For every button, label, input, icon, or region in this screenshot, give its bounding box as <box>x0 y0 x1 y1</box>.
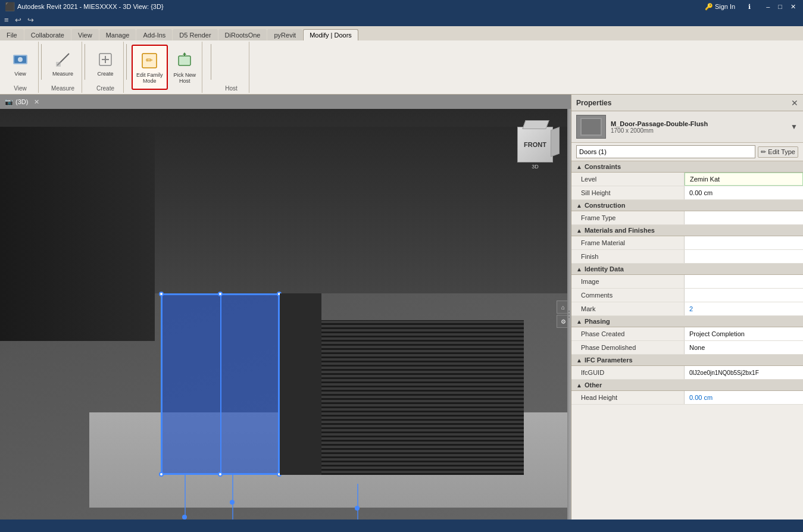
section-phasing[interactable]: ▲ Phasing <box>571 316 803 327</box>
tab-diroots[interactable]: DiRootsOne <box>218 29 267 40</box>
svg-point-2 <box>18 57 23 62</box>
prop-row-level: Level Zemin Kat <box>571 173 803 186</box>
tab-view[interactable]: View <box>71 29 99 40</box>
door-handle-bm <box>218 472 223 477</box>
phase-demolished-value[interactable]: None <box>685 341 803 354</box>
other-expand-icon: ▲ <box>576 382 582 389</box>
section-identity[interactable]: ▲ Identity Data <box>571 264 803 275</box>
prop-row-mark: Mark 2 <box>571 302 803 316</box>
viewport-canvas[interactable]: FRONT 3D ⌂ ⚙ <box>0 109 571 520</box>
view-btn[interactable]: View <box>7 43 33 84</box>
view-group-buttons: View <box>7 43 33 84</box>
minimize-btn[interactable]: – <box>764 3 772 11</box>
door-handle-bl <box>159 472 164 477</box>
comments-label: Comments <box>571 289 685 302</box>
qat-undo-btn[interactable]: ↩ <box>13 15 23 24</box>
scene-door[interactable] <box>161 293 280 475</box>
properties-panel: Properties ✕ M_Door-Passage-Double-Flush… <box>571 95 803 520</box>
head-height-label: Head Height <box>571 391 685 404</box>
section-construction[interactable]: ▲ Construction <box>571 200 803 211</box>
image-label: Image <box>571 275 685 288</box>
tab-d5render[interactable]: D5 Render <box>173 29 217 40</box>
mark-label: Mark <box>571 302 685 315</box>
sill-height-value[interactable]: 0.00 cm <box>685 186 803 199</box>
tab-modify-doors[interactable]: Modify | Doors <box>303 29 358 40</box>
section-constraints[interactable]: ▲ Constraints <box>571 161 803 173</box>
viewport-tab-close[interactable]: ✕ <box>34 98 39 106</box>
frame-material-value[interactable] <box>685 236 803 249</box>
ribbon-group-view: View View <box>2 42 39 93</box>
tab-pyrevit[interactable]: pyRevit <box>267 29 302 40</box>
type-dropdown[interactable]: Doors (1) <box>576 145 755 158</box>
edit-type-icon: ✏ <box>761 148 766 156</box>
nav-cube[interactable]: FRONT 3D <box>511 121 559 168</box>
section-materials[interactable]: ▲ Materials and Finishes <box>571 225 803 236</box>
section-other[interactable]: ▲ Other <box>571 380 803 391</box>
qat-redo-btn[interactable]: ↪ <box>26 15 36 24</box>
construction-expand-icon: ▲ <box>576 202 582 209</box>
splitter-handle <box>568 311 570 318</box>
sign-in-btn[interactable]: 🔑 Sign In <box>702 3 738 11</box>
image-value[interactable] <box>685 275 803 288</box>
materials-expand-icon: ▲ <box>576 227 582 234</box>
edit-family-mode-icon: ✏ <box>140 51 159 70</box>
level-value[interactable]: Zemin Kat <box>685 173 803 186</box>
frame-type-value[interactable] <box>685 211 803 224</box>
comments-value[interactable] <box>685 289 803 302</box>
scene-left-wall <box>0 127 155 341</box>
phase-created-value[interactable]: Project Completion <box>685 327 803 340</box>
tab-file[interactable]: File <box>0 29 24 40</box>
element-size: 1700 x 2000mm <box>611 127 785 134</box>
maximize-btn[interactable]: □ <box>776 3 785 11</box>
sill-height-label: Sill Height <box>571 186 685 199</box>
main-area: 📷 (3D) ✕ <box>0 95 803 520</box>
element-type-dropdown-arrow[interactable]: ▼ <box>790 123 798 131</box>
element-info: M_Door-Passage-Double-Flush 1700 x 2000m… <box>611 120 785 134</box>
prop-row-phase-created: Phase Created Project Completion <box>571 327 803 341</box>
mark-value[interactable]: 2 <box>685 302 803 315</box>
viewport-tab-label: (3D) <box>15 98 28 105</box>
nav-cube-front[interactable]: FRONT <box>517 127 553 162</box>
prop-row-image: Image <box>571 275 803 289</box>
create-btn[interactable]: Create <box>92 43 118 84</box>
info-btn[interactable]: ℹ <box>746 3 753 11</box>
ifcguid-value[interactable]: 0lJ2oe0jn1NQ0b5Sj2bx1F <box>685 366 803 379</box>
type-selector-row: Doors (1) ✏ Edit Type <box>571 143 803 161</box>
edit-family-mode-btn[interactable]: ✏ Edit FamilyMode <box>132 45 168 90</box>
measure-btn[interactable]: Measure <box>49 43 77 84</box>
select-dot-2 <box>230 500 235 505</box>
close-btn[interactable]: ✕ <box>788 3 798 11</box>
section-ifc[interactable]: ▲ IFC Parameters <box>571 355 803 366</box>
divider-3 <box>126 44 127 80</box>
splitter-dot-3 <box>568 317 570 318</box>
properties-title: Properties <box>576 99 611 107</box>
app-icon: ⬛ <box>5 2 15 11</box>
titlebar-controls[interactable]: 🔑 Sign In ℹ – □ ✕ <box>702 3 798 11</box>
scene-wall-right-door <box>280 293 321 475</box>
app-icon-area: ⬛ Autodesk Revit 2021 - MIESXXXX - 3D Vi… <box>5 2 164 11</box>
element-name: M_Door-Passage-Double-Flush <box>611 120 785 127</box>
ribbon-tabs: File Collaborate View Manage Add-Ins D5 … <box>0 26 803 40</box>
viewport-splitter[interactable] <box>567 109 571 520</box>
head-height-value[interactable]: 0.00 cm <box>685 391 803 404</box>
constraints-label: Constraints <box>585 163 621 170</box>
properties-close-btn[interactable]: ✕ <box>791 98 798 108</box>
measure-btn-label: Measure <box>52 71 73 77</box>
finish-label: Finish <box>571 250 685 263</box>
tab-collaborate[interactable]: Collaborate <box>24 29 71 40</box>
edit-type-button[interactable]: ✏ Edit Type <box>758 146 798 158</box>
viewport[interactable]: 📷 (3D) ✕ <box>0 95 571 520</box>
edit-family-mode-label: Edit FamilyMode <box>136 72 163 84</box>
svg-rect-4 <box>56 62 61 67</box>
nav-cube-top-face <box>522 120 549 129</box>
tab-addins[interactable]: Add-Ins <box>136 29 172 40</box>
element-preview: M_Door-Passage-Double-Flush 1700 x 2000m… <box>571 111 803 143</box>
qat-menu-btn[interactable]: ≡ <box>2 15 11 24</box>
ribbon-group-create: Create Create <box>88 42 124 93</box>
nav-cube-label: FRONT <box>524 141 546 148</box>
scene-striped-panel <box>321 320 524 475</box>
pick-new-host-btn[interactable]: Pick NewHost <box>170 45 200 90</box>
tab-manage[interactable]: Manage <box>99 29 136 40</box>
quick-access-toolbar: ≡ ↩ ↪ <box>0 13 803 26</box>
finish-value[interactable] <box>685 250 803 263</box>
